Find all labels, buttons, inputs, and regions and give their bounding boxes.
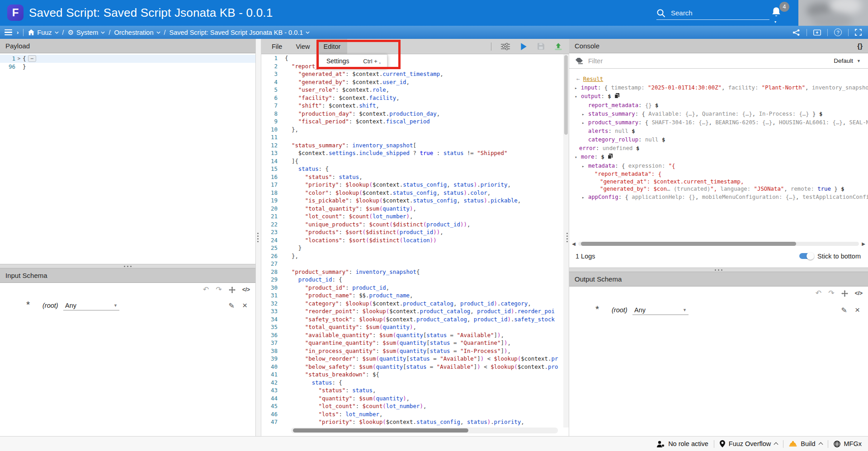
scroll-right-icon[interactable]: ▶	[859, 241, 868, 246]
store-variable-button[interactable]: $	[628, 128, 635, 134]
code-line[interactable]: 11	[261, 133, 563, 141]
menu-item-settings[interactable]: Settings	[326, 57, 349, 65]
redo-icon[interactable]: ↷	[828, 290, 834, 297]
code-line[interactable]: 35 "total_quantity": $sum(quantity),	[261, 323, 563, 331]
move-icon[interactable]	[841, 290, 848, 297]
store-variable-button[interactable]: $	[608, 93, 611, 99]
expander-icon[interactable]: ▸	[582, 118, 588, 127]
code-line[interactable]: 26 },	[261, 252, 563, 260]
log-level-select[interactable]: Default▼	[834, 57, 861, 64]
expander-icon[interactable]: ▾	[575, 92, 581, 101]
result-link[interactable]: Result	[583, 76, 603, 82]
scroll-left-icon[interactable]: ◀	[569, 241, 578, 246]
code-line[interactable]: 22 "unique_products": $count($distinct(p…	[261, 221, 563, 229]
menu-editor[interactable]: Editor	[317, 39, 348, 54]
stick-to-bottom-toggle[interactable]	[799, 253, 813, 259]
code-line[interactable]: 41 "status_breakdown": ${	[261, 371, 563, 379]
code-line[interactable]: 40 "below_safety": $sum(quantity[status …	[261, 363, 563, 371]
menu-view[interactable]: View	[289, 39, 316, 54]
code-line[interactable]: 42 status: {	[261, 379, 563, 387]
code-line[interactable]: 28 "product_summary": inventory_snapshot…	[261, 268, 563, 276]
code-line[interactable]: 47 "priority": $lookup($context.status_c…	[261, 418, 563, 426]
fuuz-logo[interactable]: F	[7, 5, 24, 21]
code-line[interactable]: 21 "lot_count": $count(lot_number),	[261, 212, 563, 221]
breadcrumb-item[interactable]: Orchestration	[114, 29, 160, 36]
horizontal-scrollbar[interactable]	[291, 428, 558, 433]
help-icon[interactable]: ?	[834, 28, 842, 36]
redo-icon[interactable]: ↷	[216, 286, 222, 293]
open-window-icon[interactable]	[813, 29, 821, 36]
folded-code-badge[interactable]: ⋯	[28, 55, 37, 62]
payload-editor[interactable]: 1 > { ⋯ 96 }	[0, 53, 255, 264]
code-line[interactable]: 36 "available_quantity": $sum(quantity[s…	[261, 331, 563, 339]
code-line[interactable]: 37 "quarantine_quantity": $sum(quantity[…	[261, 339, 563, 347]
menu-file[interactable]: File	[265, 39, 289, 54]
code-line[interactable]: 25 }	[261, 244, 563, 252]
code-line[interactable]: 19 "is_pickable": $lookup($context.statu…	[261, 197, 563, 205]
share-icon[interactable]	[793, 29, 800, 36]
run-icon[interactable]	[519, 42, 528, 51]
braces-icon[interactable]: {}	[857, 42, 863, 50]
code-line[interactable]: 27	[261, 260, 563, 268]
breadcrumb-item[interactable]: Saved Script: Saved Script Jsonata KB - …	[170, 29, 310, 36]
edit-icon[interactable]: ✎	[841, 306, 847, 315]
vertical-scrollbar[interactable]	[563, 54, 569, 428]
save-icon[interactable]	[537, 42, 545, 50]
expander-icon[interactable]: ▸	[582, 110, 588, 118]
code-line[interactable]: 18 "color": $lookup($context.status_conf…	[261, 189, 563, 197]
clear-filter-icon[interactable]	[576, 58, 583, 64]
menu-icon[interactable]	[5, 29, 12, 35]
status-item[interactable]: MFGx	[834, 440, 862, 447]
splitter-handle[interactable]	[566, 233, 568, 242]
code-line[interactable]: 9 "fiscal_period": $context.fiscal_perio…	[261, 117, 563, 126]
search-input[interactable]: Search	[656, 6, 769, 20]
code-line[interactable]: 8 "production_day": $context.production_…	[261, 110, 563, 118]
copy-icon[interactable]	[614, 93, 619, 101]
code-view-icon[interactable]: </>	[242, 287, 250, 293]
code-line[interactable]: 29 product_id: {	[261, 276, 563, 284]
status-item[interactable]: Fuuz Overflow	[720, 440, 778, 447]
panel-splitter[interactable]	[256, 39, 261, 436]
store-variable-button[interactable]: $	[601, 154, 604, 160]
code-line[interactable]: 15 status: {	[261, 165, 563, 173]
code-line[interactable]: 14 ]{	[261, 157, 563, 165]
panel-resize-handle[interactable]	[569, 268, 868, 272]
filter-input[interactable]: Filter	[588, 57, 828, 65]
code-line[interactable]: 24 "locations": $sort($distinct(location…	[261, 236, 563, 244]
avatar[interactable]	[798, 0, 868, 26]
undo-icon[interactable]: ↶	[203, 286, 209, 293]
breadcrumb-item[interactable]: Fuuz	[28, 29, 58, 36]
store-variable-button[interactable]: $	[659, 136, 665, 143]
code-line[interactable]: 1{	[261, 54, 563, 62]
code-line[interactable]: 45 "lot_count": $count(lot_number),	[261, 402, 563, 410]
code-line[interactable]: 20 "total_quantity": $sum(quantity),	[261, 205, 563, 213]
code-line[interactable]: 34 "safety_stock": $lookup($context.prod…	[261, 315, 563, 324]
code-line[interactable]: 10 },	[261, 126, 563, 134]
undo-icon[interactable]: ↶	[816, 290, 821, 297]
type-select[interactable]: Any▼	[632, 305, 689, 315]
code-line[interactable]: 39 "below_reorder": $sum(quantity[status…	[261, 355, 563, 363]
store-variable-button[interactable]: $	[652, 102, 659, 108]
code-line[interactable]: 5 "user_role": $context.role,	[261, 86, 563, 94]
code-line[interactable]: 13 $context.settings.include_shipped ? t…	[261, 149, 563, 157]
fold-chevron-icon[interactable]: >	[15, 55, 23, 63]
expander-icon[interactable]: ▾	[575, 153, 581, 161]
splitter-handle[interactable]	[257, 233, 259, 242]
store-variable-button[interactable]: $	[632, 145, 639, 151]
move-icon[interactable]	[229, 287, 236, 293]
console-hscrollbar[interactable]: ◀ ▶	[569, 240, 868, 248]
code-line[interactable]: 23 "products": $sort($distinct(product_i…	[261, 228, 563, 236]
code-line[interactable]: 16 "status": status,	[261, 173, 563, 181]
code-line[interactable]: 31 "product_name": $$.product_name,	[261, 291, 563, 300]
code-line[interactable]: 44 "quantity": $sum(quantity),	[261, 395, 563, 403]
edit-icon[interactable]: ✎	[229, 301, 235, 310]
fullscreen-icon[interactable]	[855, 29, 862, 36]
code-line[interactable]: 3 "generated_at": $context.current_times…	[261, 70, 563, 78]
code-view-icon[interactable]: </>	[855, 290, 863, 296]
code-line[interactable]: 32 "category": $lookup($context.product_…	[261, 300, 563, 308]
code-line[interactable]: 6 "facility": $context.facility,	[261, 94, 563, 102]
code-editor[interactable]: 1{2 "report_metadata": {3 "generated_at"…	[261, 54, 563, 436]
store-variable-button[interactable]: $	[819, 111, 822, 117]
status-item[interactable]: No role active	[657, 440, 708, 447]
code-line[interactable]: 33 "reorder_point": $lookup($context.pro…	[261, 307, 563, 315]
